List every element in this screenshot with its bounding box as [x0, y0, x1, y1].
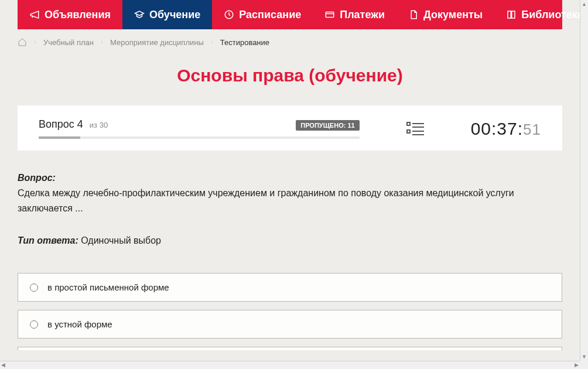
svg-rect-2: [407, 122, 410, 125]
chevron-right-icon: [33, 39, 37, 46]
main-nav: Объявления Обучение Расписание Платежи Д…: [18, 0, 562, 29]
answer-text: в устной форме: [47, 319, 112, 329]
payment-icon: [324, 9, 335, 20]
answer-type-label: Тип ответа:: [18, 235, 78, 245]
question-list-icon[interactable]: [406, 121, 424, 136]
nav-item-documents[interactable]: Документы: [396, 0, 494, 29]
clock-icon: [224, 9, 234, 20]
answers-list: в простой письменной форме в устной форм…: [18, 273, 562, 350]
timer: 00:37:51: [471, 119, 541, 139]
page-title: Основы права (обучение): [18, 66, 562, 86]
svg-rect-1: [326, 12, 334, 18]
answer-option[interactable]: в устной форме: [18, 310, 562, 339]
question-counter: Вопрос 4 из 30: [39, 118, 108, 130]
nav-item-learning[interactable]: Обучение: [122, 0, 212, 29]
nav-label: Платежи: [340, 9, 385, 21]
answer-radio[interactable]: [30, 283, 38, 292]
book-icon: [506, 9, 517, 20]
breadcrumb: Учебный план Мероприятие дисциплины Тест…: [18, 29, 562, 55]
answer-type-value: Одиночный выбор: [81, 235, 161, 245]
chevron-right-icon: [210, 39, 214, 46]
nav-label: Объявления: [45, 9, 111, 21]
chevron-right-icon: [100, 39, 104, 46]
horizontal-scrollbar[interactable]: [0, 361, 580, 369]
nav-label: Расписание: [239, 9, 301, 21]
answer-option[interactable]: в простой письменной форме: [18, 273, 562, 302]
home-icon[interactable]: [18, 37, 27, 47]
vertical-scrollbar[interactable]: [580, 0, 588, 361]
megaphone-icon: [29, 9, 40, 20]
nav-label: Обучение: [149, 9, 200, 21]
question-status-card: Вопрос 4 из 30 ПРОПУЩЕНО: 11: [18, 105, 562, 151]
nav-label: Библиотека: [521, 9, 580, 21]
nav-item-schedule[interactable]: Расписание: [212, 0, 313, 29]
breadcrumb-link-event[interactable]: Мероприятие дисциплины: [110, 38, 204, 47]
breadcrumb-current: Тестирование: [220, 38, 269, 47]
progress-bar: [39, 136, 360, 139]
graduation-cap-icon: [134, 9, 145, 20]
skipped-badge: ПРОПУЩЕНО: 11: [296, 120, 359, 131]
document-icon: [408, 9, 419, 20]
svg-rect-3: [407, 130, 410, 133]
question-label: Вопрос:: [18, 173, 56, 183]
nav-label: Документы: [423, 9, 483, 21]
answer-option[interactable]: [18, 347, 562, 350]
nav-item-payments[interactable]: Платежи: [313, 0, 396, 29]
answer-text: в простой письменной форме: [47, 282, 169, 292]
nav-item-announcements[interactable]: Объявления: [18, 0, 122, 29]
answer-radio[interactable]: [30, 320, 38, 329]
question-text: Сделка между лечебно-профилактическим уч…: [18, 186, 562, 216]
scrollbar-corner: [580, 361, 588, 369]
breadcrumb-link-plan[interactable]: Учебный план: [43, 38, 94, 47]
nav-item-library[interactable]: Библиотека: [494, 0, 580, 29]
progress-fill: [39, 136, 80, 139]
